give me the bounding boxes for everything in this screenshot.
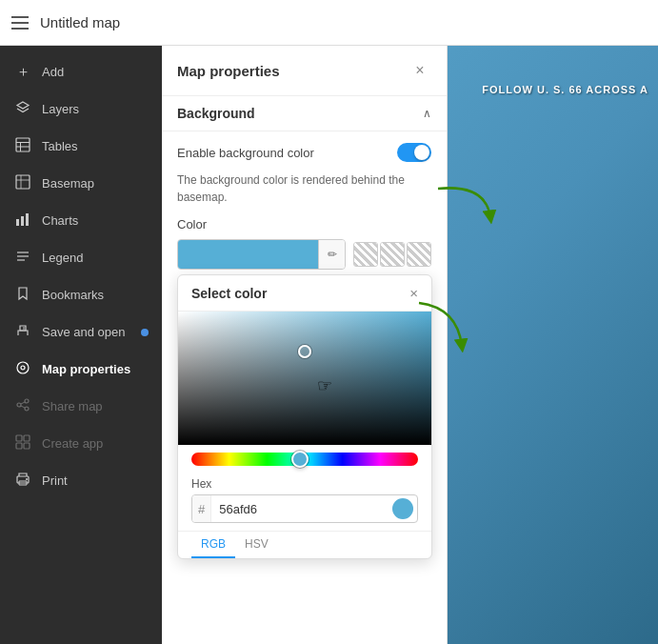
svg-rect-16	[16, 435, 22, 441]
hex-hash: #	[192, 495, 211, 522]
hue-cursor	[291, 451, 309, 468]
color-dialog-header: Select color ×	[178, 275, 431, 312]
charts-icon	[13, 211, 32, 230]
save-open-dot	[141, 329, 149, 336]
pencil-icon: ✏	[328, 248, 337, 261]
color-dialog-title: Select color	[191, 286, 267, 301]
color-edit-icon[interactable]: ✏	[318, 240, 345, 269]
app-title: Untitled map	[40, 14, 120, 30]
sidebar-item-label-print: Print	[42, 473, 68, 488]
sidebar-item-label-share: Share map	[42, 399, 103, 413]
enable-background-toggle-row: Enable background color	[177, 143, 431, 162]
sidebar-item-basemap[interactable]: Basemap	[0, 165, 162, 202]
transparent-swatch-3[interactable]	[407, 242, 431, 267]
svg-point-12	[21, 366, 25, 370]
svg-point-15	[25, 407, 29, 411]
transparent-swatch-2[interactable]	[380, 242, 405, 267]
transparent-swatch-1[interactable]	[353, 242, 378, 267]
sidebar-item-label-legend: Legend	[42, 251, 83, 265]
main-layout: ＋ Add Layers Tables	[0, 46, 658, 644]
panel-close-button[interactable]: ×	[409, 59, 431, 82]
svg-rect-7	[26, 213, 29, 226]
svg-rect-4	[16, 175, 30, 189]
color-transparent-options	[353, 239, 431, 270]
svg-point-13	[25, 399, 29, 403]
sidebar-item-map-properties[interactable]: Map properties	[0, 351, 162, 388]
section-content: Enable background color The background c…	[162, 131, 447, 281]
section-header-background[interactable]: Background ∧	[162, 96, 447, 131]
sidebar-item-print[interactable]: Print	[0, 462, 162, 499]
map-text-overlay: FOLLOW U. S. 66 ACROSS A	[482, 84, 648, 95]
add-icon: ＋	[13, 63, 32, 81]
color-label: Color	[177, 217, 431, 231]
hex-color-preview	[392, 498, 413, 519]
basemap-icon	[13, 174, 32, 192]
sidebar-item-layers[interactable]: Layers	[0, 91, 162, 128]
panel-title: Map properties	[177, 63, 280, 79]
bookmarks-icon	[13, 286, 32, 304]
sidebar: ＋ Add Layers Tables	[0, 46, 162, 644]
hex-input[interactable]	[211, 502, 392, 516]
layers-icon	[13, 100, 32, 118]
background-description: The background color is rendered behind …	[177, 171, 431, 206]
sidebar-item-save-open[interactable]: Save and open	[0, 313, 162, 351]
sidebar-item-legend[interactable]: Legend	[0, 239, 162, 276]
create-app-icon	[13, 434, 32, 453]
select-color-dialog: Select color × ☞ H	[177, 274, 432, 559]
sidebar-item-label-charts: Charts	[42, 213, 78, 228]
sidebar-item-label-map-properties: Map properties	[42, 362, 130, 376]
color-swatch-box[interactable]: ✏	[177, 239, 346, 270]
legend-icon	[13, 249, 32, 267]
section-chevron-icon: ∧	[423, 107, 431, 120]
color-tabs: RGB HSV	[178, 531, 431, 558]
sidebar-item-label-bookmarks: Bookmarks	[42, 288, 104, 302]
sidebar-item-create-app: Create app	[0, 425, 162, 462]
map-properties-icon	[13, 360, 32, 378]
hue-bar-container	[178, 445, 431, 470]
sidebar-item-share: Share map	[0, 388, 162, 425]
hex-section: Hex #	[178, 470, 431, 531]
hex-input-row: #	[191, 494, 418, 523]
topbar: Untitled map	[0, 0, 658, 46]
sidebar-item-label-tables: Tables	[42, 139, 78, 153]
svg-rect-0	[16, 138, 30, 151]
svg-point-21	[26, 478, 28, 480]
enable-background-toggle[interactable]	[397, 143, 431, 162]
sidebar-item-bookmarks[interactable]: Bookmarks	[0, 276, 162, 313]
tables-icon	[13, 137, 32, 155]
print-icon	[13, 472, 32, 490]
tab-rgb[interactable]: RGB	[191, 532, 235, 558]
menu-icon[interactable]	[11, 16, 29, 30]
lightness-gradient	[178, 312, 431, 445]
hex-label: Hex	[191, 477, 418, 491]
right-area: FOLLOW U. S. 66 ACROSS A Map properties …	[162, 46, 658, 644]
toggle-label: Enable background color	[177, 146, 314, 160]
sidebar-item-tables[interactable]: Tables	[0, 128, 162, 165]
sidebar-item-label-basemap: Basemap	[42, 176, 94, 191]
color-swatch	[178, 240, 318, 269]
section-title: Background	[177, 106, 255, 121]
svg-rect-6	[21, 216, 24, 226]
save-open-icon	[13, 323, 32, 341]
hue-bar[interactable]	[191, 453, 418, 466]
sidebar-item-add[interactable]: ＋ Add	[0, 53, 162, 91]
svg-rect-17	[24, 435, 30, 441]
sidebar-item-label-add: Add	[42, 65, 64, 79]
share-icon	[13, 397, 32, 415]
color-dialog-close-button[interactable]: ×	[409, 285, 418, 301]
svg-rect-18	[16, 443, 22, 449]
svg-point-11	[17, 362, 29, 373]
color-row: ✏	[177, 239, 431, 270]
sidebar-item-label-save-open: Save and open	[42, 325, 125, 339]
svg-rect-5	[16, 219, 19, 226]
panel-header: Map properties ×	[162, 46, 447, 96]
sidebar-item-label-create-app: Create app	[42, 436, 103, 451]
svg-point-14	[17, 403, 21, 407]
tab-hsv[interactable]: HSV	[235, 532, 278, 558]
color-gradient-picker[interactable]: ☞	[178, 312, 431, 445]
sidebar-item-label-layers: Layers	[42, 102, 79, 116]
map-properties-panel: Map properties × Background ∧ Enable bac…	[162, 46, 448, 644]
svg-rect-19	[24, 443, 30, 449]
sidebar-item-charts[interactable]: Charts	[0, 202, 162, 239]
